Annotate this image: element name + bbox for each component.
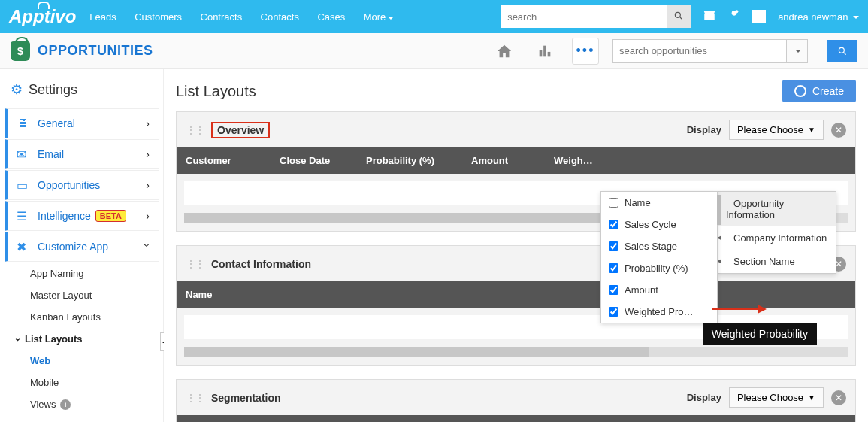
display-label: Display	[687, 392, 721, 403]
col-tags: Tags	[740, 415, 855, 422]
tools-icon: ✖	[17, 240, 30, 254]
section-close[interactable]: ✕	[831, 123, 846, 138]
opportunities-icon: $	[11, 41, 30, 61]
vscroll[interactable]	[717, 192, 721, 323]
field-option[interactable]: Amount	[601, 279, 717, 301]
sub-views[interactable]: Views	[23, 393, 163, 415]
field-option[interactable]: Probability (%)	[601, 257, 717, 279]
sub-web[interactable]: Web	[23, 350, 163, 372]
col-customer: Customer	[177, 147, 271, 174]
sidebar-item-intelligence[interactable]: ☰IntelligenceBETA›	[5, 201, 159, 231]
svg-point-8	[839, 47, 844, 53]
checkbox[interactable]	[609, 220, 618, 229]
tooltip: Weighted Probability	[703, 323, 817, 345]
svg-rect-2	[704, 14, 715, 20]
settings-sidebar: ◀ ⚙Settings 🖥General› ✉Email› ▭Opportuni…	[0, 69, 164, 422]
user-menu[interactable]: andrea newman	[778, 11, 859, 23]
reports-button[interactable]	[531, 38, 558, 65]
avatar[interactable]	[752, 10, 766, 23]
drag-handle-icon[interactable]: ⋮⋮	[186, 124, 204, 136]
col-contact: Contact	[364, 415, 552, 422]
annotation-arrow	[712, 308, 765, 310]
global-search	[501, 5, 691, 28]
section-option[interactable]: Section Name	[718, 250, 836, 273]
field-option[interactable]: Sales Cycle	[601, 214, 717, 235]
nav-leads[interactable]: Leads	[89, 11, 116, 23]
caret-down-icon	[853, 16, 859, 19]
svg-rect-7	[548, 51, 551, 56]
checkbox[interactable]	[609, 198, 618, 208]
section-segmentation: ⋮⋮ Segmentation Display Please Choose▼ ✕…	[176, 379, 856, 422]
hscroll[interactable]	[184, 347, 848, 357]
display-label: Display	[687, 124, 721, 135]
field-option[interactable]: Name	[601, 192, 717, 214]
main-content: List Layouts Create ⋮⋮ Overview Display …	[164, 69, 868, 422]
checkbox[interactable]	[609, 241, 618, 251]
opportunity-search-input[interactable]	[613, 40, 786, 62]
section-title: Overview	[217, 124, 264, 136]
sub-mobile[interactable]: Mobile	[23, 372, 163, 393]
display-dropdown[interactable]: Please Choose▼	[729, 387, 824, 408]
checkbox[interactable]	[609, 307, 618, 317]
home-button[interactable]	[491, 38, 518, 65]
col-weighted: Weigh…	[545, 147, 855, 174]
svg-point-4	[735, 10, 738, 13]
nav-contacts[interactable]: Contacts	[261, 11, 299, 23]
section-title: Contact Information	[211, 258, 311, 270]
field-option[interactable]: Sales Stage	[601, 235, 717, 257]
notifications-icon[interactable]	[728, 9, 740, 24]
caret-down-icon	[388, 17, 394, 20]
table-header: Name Contact	[177, 281, 855, 308]
table-header: Customer Close Date Probability (%) Amou…	[177, 147, 855, 174]
col-leadsource: Lead Source	[552, 415, 740, 422]
sub-list-layouts[interactable]: List Layouts	[14, 328, 163, 350]
search-dropdown[interactable]	[786, 40, 807, 62]
logo[interactable]: Apptivo	[9, 6, 76, 27]
section-close[interactable]: ✕	[831, 390, 846, 405]
sidebar-item-email[interactable]: ✉Email›	[5, 139, 159, 169]
gear-icon: ⚙	[11, 81, 23, 98]
search-button[interactable]	[827, 40, 857, 62]
sub-master-layout[interactable]: Master Layout	[23, 284, 163, 306]
caret-down-icon	[795, 50, 801, 53]
page-title: List Layouts	[176, 83, 256, 100]
col-amount: Amount	[462, 147, 545, 174]
table-header: Name Contact Lead Source Tags	[177, 415, 855, 422]
card-icon: ▭	[17, 178, 30, 193]
more-button[interactable]: •••	[572, 38, 599, 65]
sidebar-item-customize[interactable]: ✖Customize App›	[5, 232, 159, 262]
sub-kanban-layouts[interactable]: Kanban Layouts	[23, 306, 163, 328]
monitor-icon: 🖥	[17, 117, 30, 130]
global-search-button[interactable]	[667, 5, 691, 28]
display-dropdown[interactable]: Please Choose▼	[729, 120, 824, 140]
sidebar-item-general[interactable]: 🖥General›	[5, 108, 159, 138]
mail-icon: ✉	[17, 147, 30, 162]
global-search-input[interactable]	[501, 5, 667, 28]
module-header: $ OPPORTUNITIES •••	[0, 33, 868, 69]
nav-contracts[interactable]: Contracts	[201, 11, 243, 23]
drag-handle-icon[interactable]: ⋮⋮	[186, 392, 204, 404]
section-option[interactable]: Company Information	[718, 226, 836, 250]
col-closedate: Close Date	[271, 147, 357, 174]
col-probability: Probability (%)	[357, 147, 462, 174]
svg-line-9	[844, 52, 846, 54]
nav-more[interactable]: More	[364, 11, 395, 23]
drag-handle-icon[interactable]: ⋮⋮	[186, 258, 204, 270]
store-icon[interactable]	[703, 8, 716, 25]
sub-app-naming[interactable]: App Naming	[23, 263, 163, 284]
col-name: Name	[177, 281, 605, 308]
nav-cases[interactable]: Cases	[317, 11, 345, 23]
field-option[interactable]: Weighted Pro…	[601, 301, 717, 323]
section-option[interactable]: Opportunity Information	[718, 192, 836, 226]
sidebar-item-opportunities[interactable]: ▭Opportunities›	[5, 170, 159, 200]
section-title: Segmentation	[211, 392, 281, 404]
fields-popup: Name Sales Cycle Sales Stage Probability…	[600, 191, 718, 323]
create-button[interactable]: Create	[782, 80, 856, 102]
opportunity-search	[612, 39, 808, 63]
nav-customers[interactable]: Customers	[135, 11, 182, 23]
checkbox[interactable]	[609, 263, 618, 273]
list-icon: ☰	[17, 209, 30, 223]
settings-heading: ⚙Settings	[0, 75, 163, 104]
checkbox[interactable]	[609, 285, 618, 295]
top-nav: Leads Customers Contracts Contacts Cases…	[89, 10, 394, 23]
